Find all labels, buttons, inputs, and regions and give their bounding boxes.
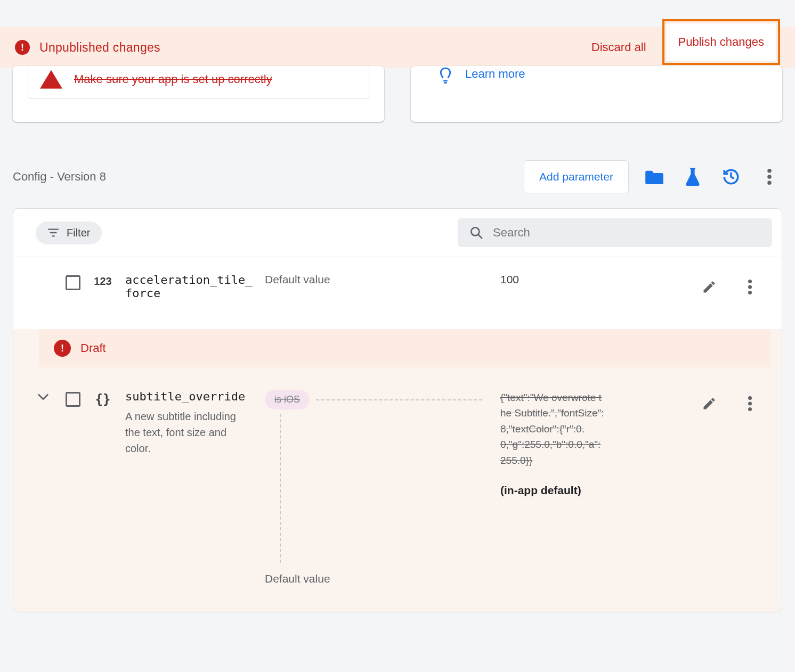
in-app-default-value: (in-app default) [500,484,604,497]
param-row: 123 acceleration_tile_force Default valu… [13,257,782,316]
connector-line [316,399,482,400]
publish-highlight-box: Publish changes [662,19,780,65]
search-icon [469,226,483,240]
draft-section: ! Draft {} subtitle_override A new subti… [13,329,782,612]
row-more-icon[interactable] [737,274,762,300]
row-more-icon[interactable] [737,391,762,416]
filter-label: Filter [67,227,90,239]
param-name: subtitle_override [125,390,253,403]
learn-card: Learn more [411,66,782,122]
experiment-flask-icon[interactable] [680,164,705,190]
default-value-label: Default value [265,572,330,585]
json-type-icon: {} [92,390,113,407]
connector-line-vertical [280,414,281,563]
filter-chip[interactable]: Filter [36,222,102,244]
condition-value-strike: {"text":"We overwrote the Subtitle.","fo… [500,390,604,468]
draft-banner: ! Draft [39,329,771,367]
search-box[interactable] [458,218,772,247]
chevron-down-icon[interactable] [37,393,49,400]
svg-point-8 [748,280,752,283]
row-checkbox[interactable] [66,275,80,290]
condition-chip: is iOS [265,390,310,409]
svg-line-7 [478,234,482,239]
svg-point-1 [767,175,772,179]
lightbulb-icon [437,66,453,84]
folder-icon[interactable] [642,164,667,190]
unpublished-changes-banner: ! Unpublished changes Discard all Publis… [0,27,795,68]
search-input[interactable] [493,226,760,240]
setup-text: Make sure your app is set up correctly [74,72,272,86]
draft-param-row: {} subtitle_override A new subtitle incl… [13,374,782,601]
param-description: A new subtitle including the text, font … [125,408,253,456]
draft-label: Draft [80,341,106,355]
learn-more-link[interactable]: Learn more [465,67,525,81]
svg-point-6 [471,227,479,235]
svg-point-13 [748,407,752,411]
svg-point-12 [748,402,752,406]
alert-icon: ! [54,340,71,357]
svg-point-0 [767,169,772,173]
setup-card: Make sure your app is set up correctly [13,66,384,122]
param-value: 100 [500,273,519,285]
param-name: acceleration_tile_force [125,273,253,300]
edit-icon[interactable] [696,391,722,416]
svg-point-10 [748,291,752,294]
svg-point-9 [748,285,752,289]
row-checkbox[interactable] [66,392,80,407]
number-type-icon: 123 [92,273,113,288]
default-value-label: Default value [265,273,330,285]
svg-point-2 [767,181,772,185]
publish-changes-button[interactable]: Publish changes [667,23,776,61]
config-panel: Filter 123 acceleration_tile_force Defau… [13,208,782,612]
history-icon[interactable] [718,164,744,190]
banner-title: Unpublished changes [39,40,160,55]
config-version-label: Config - Version 8 [13,170,106,184]
more-vert-icon[interactable] [757,164,782,190]
edit-icon[interactable] [696,274,722,300]
filter-icon [47,228,59,237]
svg-point-11 [748,396,752,400]
add-parameter-button[interactable]: Add parameter [524,160,629,193]
discard-all-button[interactable]: Discard all [581,33,657,62]
warning-triangle-icon [40,70,62,89]
alert-icon: ! [15,40,30,55]
